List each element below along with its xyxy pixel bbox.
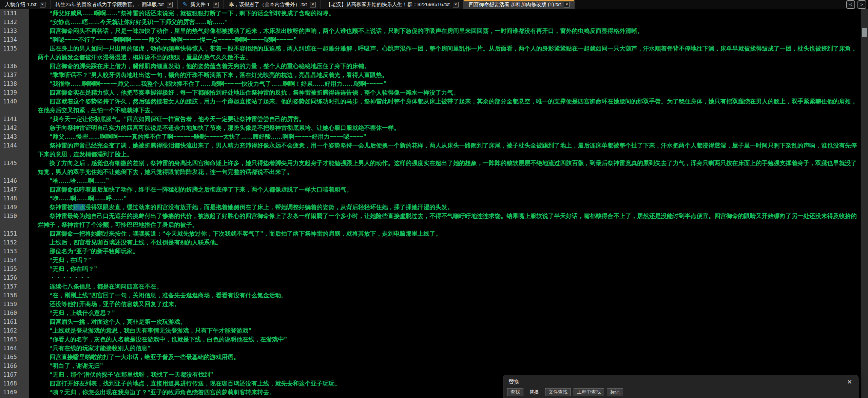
line-text[interactable]: 四宫御命实在是精力惊人，他把节奏掌握得极好，每一下都能恰到好处地压住祭神雷的反抗… [29, 88, 861, 97]
line-number[interactable]: 1168 [0, 379, 29, 388]
line-text[interactable]: 四宫眉头一挑，对面这个人，莫非是第一次玩游戏。 [29, 317, 861, 326]
line-text[interactable]: “乖乖听话不？”男人咬牙切齿地吐出这一句，额角的汗珠不断滴落下来，落在灯光映亮的… [29, 71, 861, 79]
line-text[interactable]: 那位名为“亚子”的新手牧师玩家。 [29, 247, 861, 256]
line-text[interactable]: 还没等他打开商场，亚子的信息就又回复了过来。 [29, 300, 861, 309]
line-number[interactable]: 1146 [0, 176, 29, 185]
line-text[interactable]: “明白了，谢谢无归” [29, 361, 861, 370]
tab-file[interactable]: 乖，该报恩了（全本内含番外）.txt× [224, 0, 321, 9]
line-number[interactable]: 1131 [0, 9, 29, 18]
line-number[interactable]: 1135 [0, 44, 29, 53]
line-text[interactable]: “在，刚刚上线”四宫回了一句，关闭信息，准备先去逛逛商场，看看有没有什么氪金活动… [29, 291, 861, 300]
line-number[interactable]: 1136 [0, 62, 29, 71]
line-number[interactable]: 1149 [0, 203, 29, 212]
line-text[interactable]: “哈……哈……啊……” [29, 176, 861, 185]
replace-panel-tab[interactable]: 工程中查找 [574, 388, 604, 396]
line-text[interactable]: 四宫御命的脚尖踩在床上借力，腿部肌肉绷直发劲，他的姿势蕴含着无穷的力量，整个人的… [29, 62, 861, 71]
line-text[interactable]: 四宫就着这个姿势坚持了许久，然后猛然揽着女人的腰肢，用力一个蹲起直接站了起来。他… [29, 97, 861, 115]
line-number[interactable]: 1141 [0, 115, 29, 123]
line-number[interactable]: 1161 [0, 317, 29, 326]
tab-scroll-left-button[interactable]: < [846, 0, 855, 9]
editor-area[interactable]: 1131 “师父好威风……啊啊……”祭神雷的话还未说完，就被狠狠打断了一下，剩下… [0, 9, 861, 398]
tab-close-icon[interactable]: × [213, 2, 219, 7]
line-number[interactable]: 1133 [0, 26, 29, 35]
tab-scroll-right-button[interactable]: > [857, 0, 866, 9]
line-text[interactable]: 压在身上的男人如同一只出闸的猛虎，动作的频率快得惊人，带着一股不容拒绝的压迫感，… [29, 44, 861, 62]
line-text[interactable]: “上线就是登录游戏的意思，我白天有事情无法登游戏，只有下午才能登游戏” [29, 326, 861, 335]
line-text[interactable]: 换了方向之后，感觉也有细微的差别，祭神雷的身高比四宫御命矮上许多，她只得垫着脚尖… [29, 159, 861, 176]
tab-close-icon[interactable]: × [564, 2, 570, 7]
line-number[interactable]: 1159 [0, 300, 29, 309]
line-number[interactable]: 1137 [0, 71, 29, 79]
line-text[interactable]: 祭神雷最终为她自己口无遮拦的挑衅付出了惨痛的代价，被激起了好胜心的四宫御命像上了… [29, 212, 861, 229]
line-text[interactable]: “你看人的名字，灰色的人名就是没在游戏中，也就是下线，白色的说明他在线，在游戏中… [29, 335, 861, 344]
line-text[interactable]: 四宫御命一把将她翻过来按住，嘿嘿笑道：“今天就先放过你，下次我就不客气了”，而后… [29, 229, 861, 238]
line-number[interactable]: 1143 [0, 132, 29, 141]
tab-file[interactable]: 四宫御命想要活着 加料加肉修改版 (1).txt× [464, 0, 575, 9]
line-number[interactable]: 1152 [0, 238, 29, 247]
line-number[interactable]: 1147 [0, 185, 29, 194]
tab-close-icon[interactable]: × [310, 2, 316, 7]
tab-file[interactable]: ✎新文件 1× [178, 0, 224, 9]
line-number[interactable]: 1150 [0, 212, 29, 220]
line-text[interactable]: “只有在线的玩家才能接收别人的信息” [29, 344, 861, 353]
line-text[interactable]: “咿……啊……啊……呼……” [29, 194, 861, 203]
line-number[interactable]: 1162 [0, 326, 29, 335]
vertical-scrollbar[interactable] [861, 9, 868, 398]
line-text[interactable]: “师父……慢些……啊啊啊~~~~真的撑不住了啊~~~~~~唔嗯~~~~~太快了…… [29, 132, 861, 141]
close-icon[interactable]: ✕ [847, 379, 852, 385]
line-number[interactable]: 1158 [0, 291, 29, 300]
line-number[interactable]: 1144 [0, 141, 29, 150]
line-number[interactable]: 1169 [0, 388, 29, 397]
tab-close-icon[interactable]: × [40, 2, 45, 7]
tab-close-icon[interactable]: × [167, 2, 173, 7]
tab-file[interactable]: 【老汉】从高柳家开始的快乐人生！群：822698516.txt× [321, 0, 464, 9]
line-text[interactable]: “啊嗯~~~~不行了~~~~~啊啊啊~~~~~师父~~~唔啊~~~~~慢一点~~… [29, 35, 861, 44]
line-text[interactable]: “师父好威风……啊啊……”祭神雷的话还未说完，就被狠狠打断了一下，剩下的话全部转… [29, 9, 861, 18]
line-number[interactable]: 1157 [0, 282, 29, 291]
line-text[interactable]: “无归，你在吗？” [29, 264, 861, 273]
line-text[interactable]: 上线后，四宫看见珈百璃还没有上线，不过倒是有别的人联系他。 [29, 238, 861, 247]
line-number[interactable]: 1165 [0, 353, 29, 361]
line-text[interactable]: “我很乖……啊啊啊~~~~~师父……我整个人都快撑不住了……嗯啊~~~~~快没力… [29, 79, 861, 88]
line-number[interactable]: 1167 [0, 370, 29, 379]
line-number[interactable]: 1153 [0, 247, 29, 256]
line-number[interactable]: 1164 [0, 344, 29, 353]
line-text[interactable]: 急于向祭神雷证明自己实力的四宫可以说是不遗余力地加快了节奏，那势头像是不把祭神雷… [29, 123, 861, 132]
line-text[interactable]: “无归，在吗？” [29, 256, 861, 264]
line-text[interactable]: 四宫御命闷头不再答话，只是一味加快了动作，屋里的热气好像都被搅动了起来，木床发出… [29, 26, 861, 35]
tab-file[interactable]: 转生25年的冒险者成为了学院教官。._翻译版.txt× [51, 0, 178, 9]
tab-file[interactable]: 人物介绍 1.txt× [0, 0, 51, 9]
line-number[interactable]: 1140 [0, 97, 29, 106]
line-number[interactable]: 1132 [0, 18, 29, 26]
line-number[interactable]: 1154 [0, 256, 29, 264]
line-text[interactable]: 四宫直接噼里啪啦的打了一大串话，给亚子普及一些最基础的游戏用语。 [29, 353, 861, 361]
tab-close-icon[interactable]: × [453, 2, 459, 7]
line-text[interactable]: ・・・・・・・ [29, 273, 861, 282]
line-number[interactable]: 1138 [0, 79, 29, 88]
replace-panel-tab[interactable]: 查找 [507, 388, 523, 396]
line-number[interactable]: 1166 [0, 361, 29, 370]
line-number[interactable]: 1145 [0, 159, 29, 167]
line-number[interactable]: 1151 [0, 229, 29, 238]
line-number[interactable]: 1160 [0, 309, 29, 317]
line-text[interactable]: 四宫御命低哼着最后加快了动作，终于在一阵猛烈的折腾之后彻底停了下来，两个人都像虚… [29, 185, 861, 194]
line-text[interactable]: 祭神雷的声音已经完全变了调，她被折腾得眼泪都快流出来了，男人精力充沛得好像永远不… [29, 141, 861, 159]
editor-line: 1138 “我很乖……啊啊啊~~~~~师父……我整个人都快撑不住了……嗯啊~~~… [0, 79, 861, 88]
line-text[interactable]: 祭神雷被汗水浸得双眼发直，缓过劲来的四宫没有放开她，而是抱着她侧倒在了床上，帮她… [29, 203, 861, 212]
tab-label: 乖，该报恩了（全本内含番外）.txt [229, 1, 307, 8]
line-text[interactable]: “无归，上线什么意思？” [29, 309, 861, 317]
line-text[interactable]: 连续七八条信息，都是在询问四宫在不在。 [29, 282, 861, 291]
replace-panel-tab[interactable]: 标记 [607, 388, 623, 396]
line-number[interactable]: 1156 [0, 273, 29, 282]
line-number[interactable]: 1163 [0, 335, 29, 344]
replace-panel-tab[interactable]: 文件查找 [545, 388, 571, 396]
scrollbar-thumb[interactable] [862, 28, 867, 37]
line-text[interactable]: “安静点……唔……今天就让你好好见识一下师父的厉害……哈……” [29, 18, 861, 26]
line-number[interactable]: 1139 [0, 88, 29, 97]
line-number[interactable]: 1142 [0, 123, 29, 132]
line-number[interactable]: 1155 [0, 264, 29, 273]
replace-panel-tab[interactable]: 替换 [526, 388, 542, 396]
line-number[interactable]: 1134 [0, 35, 29, 44]
line-text[interactable]: “我今天一定让你彻底服气。”四宫如同保证一样宣告着，他今天一定要让祭神雷尝尝自己… [29, 115, 861, 123]
line-number[interactable]: 1148 [0, 194, 29, 203]
